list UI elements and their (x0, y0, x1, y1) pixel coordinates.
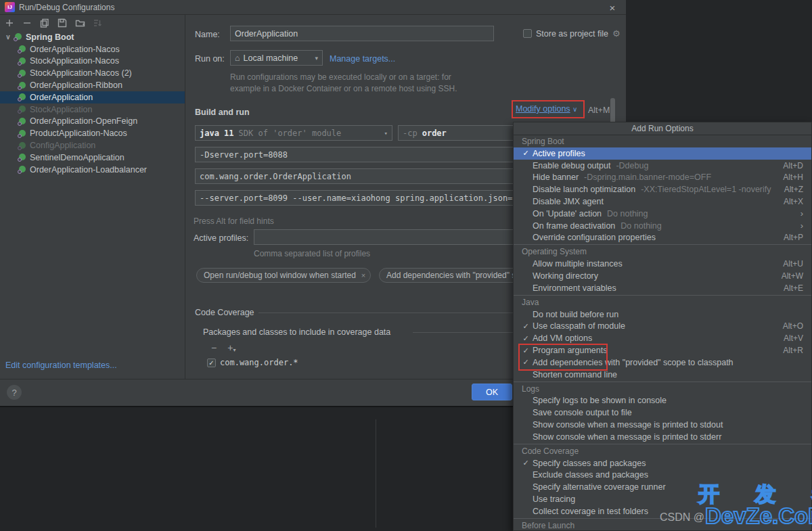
modify-options-shortcut: Alt+M (588, 106, 610, 115)
copy-icon[interactable] (39, 18, 50, 28)
watermark-devze: DevZe.CoM (705, 503, 812, 529)
popup-section-header-logs: Logs (514, 383, 811, 395)
store-as-project-file-label: Store as project file (536, 29, 608, 39)
popup-item-label: Disable JMX agent (533, 197, 604, 206)
sidebar-item-orderapplication[interactable]: OrderApplication (0, 91, 185, 103)
popup-item-label: Working directory (533, 271, 598, 281)
popup-item-environment-variables[interactable]: Environment variablesAlt+E (514, 282, 811, 294)
sidebar-item-stockapplication-nacos-2-[interactable]: StockApplication-Nacos (2) (0, 67, 185, 79)
gear-icon[interactable]: ⚙ (612, 28, 621, 39)
popup-item-show-console-when-a-message-is-printed-t[interactable]: Show console when a message is printed t… (514, 431, 811, 443)
save-icon[interactable] (57, 18, 68, 28)
tree-root-label: Spring Boot (26, 32, 74, 42)
jdk-select[interactable]: java 11 SDK of 'order' module ▾ (195, 125, 392, 141)
field-hint: Press Alt for field hints (194, 216, 274, 226)
check-icon: ✓ (519, 149, 533, 158)
add-icon[interactable] (4, 18, 15, 28)
modify-options-link[interactable]: Modify options ∨ (516, 104, 577, 114)
sidebar-item-orderapplication-nacos[interactable]: OrderApplication-Nacos (0, 43, 185, 55)
help-button[interactable]: ? (7, 385, 22, 400)
coverage-pattern-checkbox[interactable]: ✓ (207, 359, 216, 367)
remove-pattern-icon[interactable]: − (211, 342, 217, 353)
code-coverage-label: Code Coverage (195, 308, 254, 317)
popup-item-on-update-action[interactable]: On 'Update' actionDo nothing› (514, 208, 811, 220)
run-on-help-line2: example in a Docker Container or on a re… (230, 84, 457, 93)
popup-section-divider (514, 382, 811, 382)
sidebar-item-spring-boot[interactable]: ∨Spring Boot (0, 31, 185, 43)
popup-section-header-spring-boot: Spring Boot (514, 135, 811, 147)
spring-boot-icon (18, 105, 26, 114)
spring-boot-icon (18, 45, 26, 53)
sidebar-item-productapplication-nacos[interactable]: ProductApplication-Nacos (0, 127, 185, 139)
popup-section-divider (514, 444, 811, 444)
sidebar-item-orderapplication-loadbalancer[interactable]: OrderApplication-Loadbalancer (0, 164, 185, 176)
popup-item-hide-banner[interactable]: Hide banner-Dspring.main.banner-mode=OFF… (514, 172, 811, 184)
popup-item-shortcut: Alt+D (783, 161, 803, 170)
popup-item-add-vm-options[interactable]: ✓Add VM optionsAlt+V (514, 332, 811, 344)
popup-item-allow-multiple-instances[interactable]: Allow multiple instancesAlt+U (514, 258, 811, 270)
run-on-select[interactable]: ⌂ Local machine ▾ (230, 50, 323, 66)
popup-item-do-not-build-before-run[interactable]: Do not build before run (514, 308, 811, 321)
ok-button[interactable]: OK (472, 384, 512, 400)
popup-item-shorten-command-line[interactable]: Shorten command line (514, 369, 811, 381)
submenu-arrow-icon: › (800, 208, 803, 218)
sidebar-item-stockapplication-nacos[interactable]: StockApplication-Nacos (0, 55, 185, 68)
spring-boot-icon (18, 81, 26, 90)
popup-item-disable-launch-optimization[interactable]: Disable launch optimization-XX:TieredSto… (514, 183, 811, 195)
popup-item-save-console-output-to-file[interactable]: Save console output to file (514, 407, 811, 419)
add-pattern-icon[interactable]: +▾ (227, 342, 235, 353)
popup-item-active-profiles[interactable]: ✓Active profiles (514, 147, 811, 160)
close-icon[interactable]: × (605, 1, 620, 14)
popup-item-label: Environment variables (533, 283, 616, 293)
popup-item-shortcut: Alt+H (783, 172, 803, 182)
popup-item-use-classpath-of-module[interactable]: ✓Use classpath of moduleAlt+O (514, 321, 811, 333)
popup-item-label: Do not build before run (533, 310, 618, 319)
popup-item-override-configuration-properties[interactable]: Override configuration propertiesAlt+P (514, 232, 811, 244)
coverage-pattern-row[interactable]: ✓ com.wang.order.* (207, 358, 298, 367)
popup-item-disable-jmx-agent[interactable]: Disable JMX agentAlt+X (514, 195, 811, 208)
chevron-down-icon: ∨ (3, 33, 14, 41)
jdk-hint: SDK of 'order' module (239, 129, 342, 138)
popup-item-hint: Do nothing (607, 209, 648, 218)
sidebar-item-configapplication[interactable]: ConfigApplication (0, 139, 185, 152)
name-input[interactable]: OrderApplication (230, 26, 494, 41)
chevron-down-icon: ▾ (384, 130, 388, 137)
popup-item-specify-classes-and-packages[interactable]: ✓Specify classes and packages (514, 457, 811, 469)
popup-item-enable-debug-output[interactable]: Enable debug output-DdebugAlt+D (514, 160, 811, 172)
name-label: Name: (195, 30, 220, 39)
popup-item-label: On frame deactivation (533, 221, 615, 231)
intellij-logo-icon: IJ (5, 2, 15, 12)
popup-item-label: Use classpath of module (533, 321, 625, 331)
popup-item-program-arguments[interactable]: ✓Program argumentsAlt+R (514, 344, 811, 356)
sort-icon[interactable] (92, 18, 103, 28)
sidebar-item-stockapplication[interactable]: StockApplication (0, 103, 185, 116)
spring-boot-icon (18, 141, 26, 150)
popup-item-add-dependencies-with-provided-scope-to-[interactable]: ✓Add dependencies with "provided" scope … (514, 356, 811, 369)
popup-item-shortcut: Alt+X (784, 197, 803, 206)
sidebar-item-orderapplication-ribbon[interactable]: OrderApplication-Ribbon (0, 79, 185, 91)
popup-item-specify-logs-to-be-shown-in-console[interactable]: Specify logs to be shown in console (514, 395, 811, 407)
popup-section-divider (514, 244, 811, 245)
option-chip[interactable]: Open run/debug tool window when started× (196, 268, 371, 283)
popup-item-label: Use tracing (533, 494, 575, 504)
tree-item-label: OrderApplication-Loadbalancer (30, 165, 147, 175)
configurations-tree: ∨Spring BootOrderApplication-NacosStockA… (0, 31, 185, 176)
popup-item-label: Disable launch optimization (533, 185, 635, 194)
remove-icon[interactable] (22, 18, 32, 28)
popup-item-shortcut: Alt+R (783, 346, 803, 355)
coverage-list-toolbar: − +▾ (211, 342, 235, 353)
sidebar-item-orderapplication-openfeign[interactable]: OrderApplication-OpenFeign (0, 116, 185, 128)
edit-configuration-templates-link[interactable]: Edit configuration templates... (5, 361, 117, 370)
manage-targets-link[interactable]: Manage targets... (330, 54, 395, 64)
popup-item-on-frame-deactivation[interactable]: On frame deactivationDo nothing› (514, 220, 811, 232)
sidebar-item-sentineldemoapplication[interactable]: SentinelDemoApplication (0, 152, 185, 164)
new-folder-icon[interactable] (74, 18, 85, 28)
store-as-project-file-checkbox[interactable] (523, 29, 532, 38)
popup-item-label: Shorten command line (533, 370, 617, 379)
popup-item-show-console-when-a-message-is-printed-t[interactable]: Show console when a message is printed t… (514, 419, 811, 431)
store-as-project-file[interactable]: Store as project file ⚙ (523, 28, 621, 39)
popup-item-exclude-classes-and-packages[interactable]: Exclude classes and packages (514, 469, 811, 482)
submenu-arrow-icon: › (800, 221, 803, 231)
popup-item-working-directory[interactable]: Working directoryAlt+W (514, 270, 811, 282)
chip-close-icon[interactable]: × (361, 271, 365, 279)
